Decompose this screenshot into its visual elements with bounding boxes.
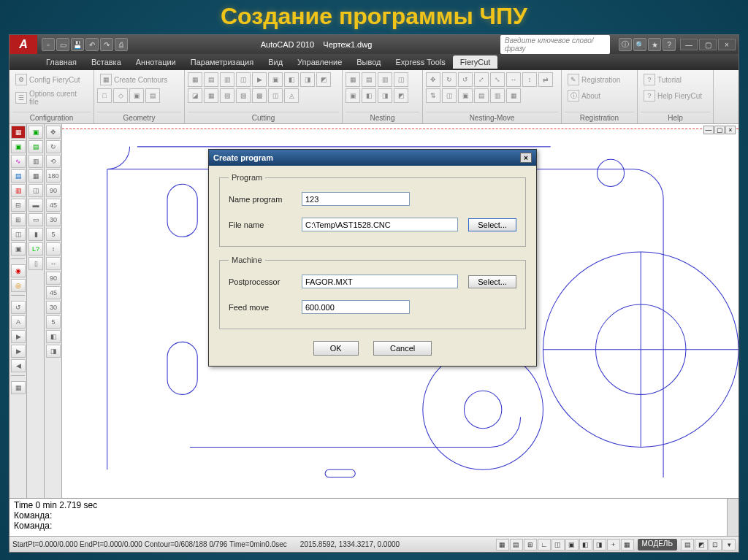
status-icon[interactable]: ▾ bbox=[722, 539, 736, 551]
tool-icon[interactable]: ↔ bbox=[46, 257, 61, 270]
tool-icon[interactable]: ▶ bbox=[11, 345, 26, 358]
post-select-button[interactable]: Select... bbox=[468, 275, 516, 288]
tool-icon[interactable]: ▦ bbox=[11, 126, 26, 139]
cut-icon-9[interactable]: ◩ bbox=[316, 72, 331, 87]
tool-icon[interactable]: A bbox=[11, 315, 26, 329]
geom-icon-1[interactable]: □ bbox=[97, 88, 112, 103]
move-icon-2[interactable]: ↻ bbox=[442, 72, 457, 87]
postprocessor-input[interactable] bbox=[302, 275, 458, 288]
tool-icon[interactable]: 45 bbox=[46, 286, 61, 299]
status-icon[interactable]: ◩ bbox=[695, 539, 708, 551]
feed-move-input[interactable] bbox=[302, 300, 410, 314]
status-icon[interactable]: ▤ bbox=[510, 539, 523, 551]
tool-icon[interactable]: 30 bbox=[46, 213, 61, 226]
tool-icon[interactable]: ▶ bbox=[11, 330, 26, 343]
move-icon-11[interactable]: ▣ bbox=[458, 88, 473, 103]
tab-output[interactable]: Вывод bbox=[349, 55, 388, 69]
options-current-file-button[interactable]: ☰Options curent file bbox=[12, 88, 91, 107]
tool-icon[interactable]: ◨ bbox=[46, 345, 61, 358]
cut-icon-1[interactable]: ▦ bbox=[188, 72, 202, 87]
tool-icon[interactable]: ↻ bbox=[46, 140, 61, 153]
about-button[interactable]: ⓘAbout bbox=[565, 88, 603, 103]
status-icon[interactable]: ◨ bbox=[593, 539, 606, 551]
ok-button[interactable]: OK bbox=[313, 341, 359, 356]
cut-icon-12[interactable]: ▧ bbox=[220, 88, 234, 103]
tool-icon[interactable]: ▯ bbox=[28, 257, 43, 270]
cancel-button[interactable]: Cancel bbox=[373, 341, 432, 356]
move-icon-9[interactable]: ⇅ bbox=[426, 88, 440, 103]
cut-icon-13[interactable]: ▨ bbox=[236, 88, 251, 103]
tab-insert[interactable]: Вставка bbox=[84, 55, 129, 69]
tool-icon[interactable]: ▣ bbox=[11, 242, 26, 256]
infocenter-icon[interactable]: ⓘ bbox=[619, 38, 632, 51]
status-icon[interactable]: ⊞ bbox=[524, 539, 537, 551]
tool-icon[interactable]: ▭ bbox=[28, 213, 43, 226]
drawing-canvas[interactable]: — ▢ × bbox=[62, 124, 739, 498]
move-icon-4[interactable]: ⤢ bbox=[474, 72, 489, 87]
tool-icon[interactable]: 90 bbox=[46, 272, 61, 285]
tool-icon[interactable]: ◫ bbox=[11, 228, 26, 241]
name-program-input[interactable] bbox=[302, 192, 410, 206]
move-icon-8[interactable]: ⇄ bbox=[538, 72, 553, 87]
cut-icon-10[interactable]: ◪ bbox=[188, 88, 202, 103]
geom-icon-3[interactable]: ▣ bbox=[129, 88, 144, 103]
move-icon-12[interactable]: ▤ bbox=[474, 88, 489, 103]
tool-icon[interactable]: ▣ bbox=[11, 140, 26, 153]
cut-icon-4[interactable]: ◫ bbox=[236, 72, 251, 87]
dialog-close-button[interactable]: × bbox=[520, 153, 532, 163]
tool-icon[interactable]: 180 bbox=[46, 169, 61, 183]
status-model[interactable]: МОДЕЛЬ bbox=[638, 539, 677, 551]
cmd-scrollbar[interactable] bbox=[727, 499, 739, 536]
tab-annotate[interactable]: Аннотации bbox=[129, 55, 183, 69]
command-panel[interactable]: Time 0 min 2.719 sec Команда: Команда: bbox=[9, 498, 739, 536]
tool-icon[interactable]: ✥ bbox=[46, 126, 61, 139]
tool-icon[interactable]: ↺ bbox=[11, 301, 26, 314]
tool-icon[interactable]: ⊞ bbox=[11, 213, 26, 226]
qat-redo-icon[interactable]: ↷ bbox=[100, 38, 113, 51]
tool-icon[interactable]: ∿ bbox=[11, 155, 26, 168]
status-icon[interactable]: ▤ bbox=[681, 539, 694, 551]
move-icon-10[interactable]: ◫ bbox=[442, 88, 457, 103]
tool-icon[interactable]: 5 bbox=[46, 228, 61, 241]
tool-icon[interactable]: ▮ bbox=[28, 228, 43, 241]
tool-icon[interactable]: ▦ bbox=[28, 169, 43, 183]
tool-icon[interactable]: 30 bbox=[46, 301, 61, 314]
registration-button[interactable]: ✎Registration bbox=[565, 72, 623, 87]
geom-icon-2[interactable]: ◇ bbox=[113, 88, 128, 103]
app-logo[interactable]: A bbox=[9, 35, 37, 54]
status-icon[interactable]: ⊡ bbox=[709, 539, 722, 551]
nest-icon-8[interactable]: ◩ bbox=[394, 88, 408, 103]
status-icon[interactable]: ◫ bbox=[552, 539, 565, 551]
create-contours-button[interactable]: ▦Create Contours bbox=[97, 72, 170, 87]
dialog-titlebar[interactable]: Create program × bbox=[209, 150, 536, 166]
qat-open-icon[interactable]: ▭ bbox=[56, 38, 69, 51]
move-icon-5[interactable]: ⤡ bbox=[490, 72, 505, 87]
move-icon-6[interactable]: ↔ bbox=[506, 72, 521, 87]
minimize-button[interactable]: — bbox=[680, 39, 698, 50]
tool-icon[interactable]: ◧ bbox=[46, 330, 61, 343]
tool-icon[interactable]: ⟲ bbox=[46, 155, 61, 168]
status-icon[interactable]: ∟ bbox=[538, 539, 551, 551]
tool-icon[interactable]: ▥ bbox=[28, 155, 43, 168]
file-name-input[interactable] bbox=[302, 218, 458, 231]
search-input[interactable]: Введите ключевое слово/фразу bbox=[500, 35, 610, 54]
tab-parametric[interactable]: Параметризация bbox=[183, 55, 261, 69]
tool-icon[interactable]: 90 bbox=[46, 184, 61, 197]
move-icon-13[interactable]: ▥ bbox=[490, 88, 505, 103]
nest-icon-4[interactable]: ◫ bbox=[394, 72, 408, 87]
tool-icon[interactable]: ▬ bbox=[28, 199, 43, 212]
cut-icon-14[interactable]: ▩ bbox=[252, 88, 267, 103]
nest-icon-6[interactable]: ◧ bbox=[362, 88, 376, 103]
qat-new-icon[interactable]: ▫ bbox=[42, 38, 55, 51]
status-icon[interactable]: ▦ bbox=[496, 539, 509, 551]
maximize-button[interactable]: ▢ bbox=[699, 39, 717, 50]
nest-icon-7[interactable]: ◨ bbox=[378, 88, 392, 103]
cut-icon-2[interactable]: ▤ bbox=[204, 72, 218, 87]
tool-icon[interactable]: ▤ bbox=[11, 169, 26, 183]
status-icon[interactable]: ◧ bbox=[579, 539, 592, 551]
file-select-button[interactable]: Select... bbox=[468, 218, 516, 231]
close-button[interactable]: × bbox=[718, 39, 736, 50]
cut-icon-3[interactable]: ▥ bbox=[220, 72, 234, 87]
cut-icon-15[interactable]: ◫ bbox=[268, 88, 283, 103]
nest-icon-1[interactable]: ▦ bbox=[346, 72, 360, 87]
